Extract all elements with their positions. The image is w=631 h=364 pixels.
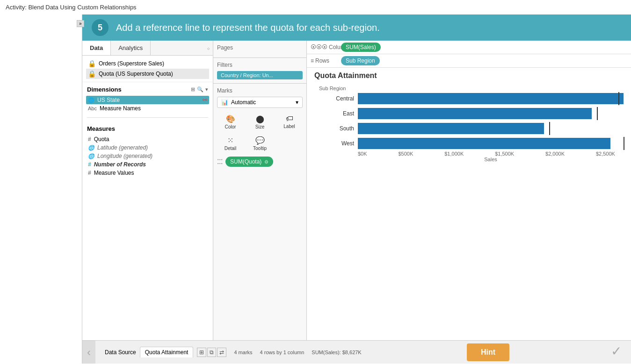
dimensions-controls: ⊞ 🔍 ▾ [191, 86, 208, 93]
bar-track-central [358, 93, 624, 104]
step-number: 5 [92, 19, 109, 36]
dimensions-list: 🌐 US State ⚯ Abc Measure Names [82, 95, 213, 114]
field-measure-values[interactable]: # Measure Values [86, 169, 209, 177]
ref-line-central [618, 92, 619, 105]
nav-left-button[interactable]: ‹ [82, 341, 95, 364]
color-icon: 🎨 [226, 114, 235, 123]
field-quota[interactable]: # Quota [86, 135, 209, 143]
data-source-orders[interactable]: 🔒 Orders (Superstore Sales) [86, 58, 209, 69]
detail-icon: ⁙ [227, 136, 233, 145]
data-sources-section: 🔒 Orders (Superstore Sales) 🔒 Quota (US … [82, 56, 213, 82]
dimensions-title: Dimensions [87, 86, 122, 93]
sum-sales-status: SUM(Sales): $8,627K [312, 350, 361, 355]
columns-shelf: ⦿⦿⦿ Columns SUM(Sales) [307, 41, 631, 54]
x-axis-label: Sales [358, 157, 624, 162]
expand-icon[interactable]: ▾ [205, 86, 208, 93]
sub-region-pill[interactable]: Sub Region [341, 56, 380, 65]
filter-country-pill[interactable]: Country / Region: Un... [217, 71, 303, 79]
bottom-bar: ‹ Data Source Quota Attainment ⊞ ⧉ ⇄ 4 m… [82, 340, 631, 364]
grid-icon[interactable]: ⊞ [191, 86, 195, 93]
globe-icon-lat: 🌐 [88, 145, 94, 151]
bar-chart: Central East South [328, 93, 624, 149]
bar-fill-south [358, 123, 544, 134]
hash-icon-2: # [88, 170, 91, 176]
field-latitude[interactable]: 🌐 Latitude (generated) [86, 143, 209, 152]
color-button[interactable]: 🎨 Color [217, 113, 244, 131]
left-panel: Data Analytics ⬦ 🔒 Orders (Superstore Sa… [82, 41, 213, 340]
filters-shelf: Filters Country / Region: Un... [213, 58, 306, 84]
field-longitude[interactable]: 🌐 Longitude (generated) [86, 152, 209, 160]
database-icon-2: 🔒 [88, 70, 96, 78]
globe-icon-lon: 🌐 [88, 153, 94, 159]
bar-chart-icon: 📊 [221, 99, 228, 106]
duplicate-sheet-button[interactable]: ⧉ [207, 348, 216, 357]
size-button[interactable]: ⬤ Size [247, 113, 273, 131]
tooltip-button[interactable]: 💬 Tooltip [247, 134, 273, 153]
filters-label: Filters [217, 62, 303, 68]
rows-count: 4 rows by 1 column [260, 350, 305, 355]
hint-button[interactable]: Hint [467, 343, 509, 361]
bar-row-west: West [328, 138, 624, 149]
field-measure-names[interactable]: Abc Measure Names [86, 104, 209, 113]
bar-label-east: East [328, 110, 354, 117]
field-us-state[interactable]: 🌐 US State ⚯ [86, 96, 209, 104]
sum-sales-pill[interactable]: SUM(Sales) [341, 43, 381, 52]
marks-count: 4 marks [234, 350, 252, 355]
chart-panel: ⦿⦿⦿ Columns SUM(Sales) ≡ Rows Sub Region… [307, 41, 631, 340]
tooltip-icon: 💬 [255, 136, 265, 145]
measures-list: # Quota 🌐 Latitude (generated) 🌐 Longitu… [82, 134, 213, 178]
add-sheet-button[interactable]: ⊞ [197, 348, 206, 357]
bar-track-east [358, 108, 624, 119]
tab-analytics[interactable]: Analytics [111, 41, 151, 55]
detail-button[interactable]: ⁙ Detail [217, 134, 244, 153]
size-icon: ⬤ [256, 114, 264, 123]
collapse-panel-button[interactable]: » [77, 20, 84, 27]
dimensions-section: Dimensions ⊞ 🔍 ▾ 🌐 US State ⚯ Abc [82, 82, 213, 114]
data-source-quota[interactable]: 🔒 Quota (US Superstore Quota) [86, 69, 209, 79]
marks-shelf: Marks 📊 Automatic ▾ 🎨 Color ⬤ Size [213, 84, 306, 171]
ref-line-west [624, 137, 624, 150]
panel-tabs: Data Analytics ⬦ [82, 41, 213, 56]
status-bar: 4 marks 4 rows by 1 column SUM(Sales): $… [234, 350, 361, 355]
label-button[interactable]: 🏷 Label [276, 113, 303, 131]
pages-shelf: Pages [213, 41, 306, 58]
ref-line-south [549, 122, 550, 135]
marks-type-dropdown[interactable]: 📊 Automatic ▾ [217, 97, 303, 108]
bar-row-south: South [328, 123, 624, 134]
sum-quota-pill[interactable]: SUM(Quota) ⚙ [225, 157, 273, 167]
hash-icon: # [88, 136, 91, 143]
bar-fill-central [358, 93, 624, 104]
chart-title: Quota Attainment [307, 68, 631, 82]
dimensions-header: Dimensions ⊞ 🔍 ▾ [82, 82, 213, 95]
columns-icon: ⦿⦿⦿ [311, 44, 327, 50]
step-header: » 5 Add a reference line to represent th… [82, 14, 631, 41]
bar-label-west: West [328, 140, 354, 147]
rows-icon: ≡ [311, 57, 314, 64]
quota-attainment-tab[interactable]: Quota Attainment [140, 347, 194, 357]
shelves-panel: Pages Filters Country / Region: Un... Ma… [213, 41, 307, 340]
page-title: Activity: Blend Data Using Custom Relati… [0, 0, 631, 14]
hint-button-container: Hint [467, 343, 509, 361]
measures-section: Measures # Quota 🌐 Latitude (generated) … [82, 121, 213, 178]
swap-sheet-button[interactable]: ⇄ [217, 348, 226, 357]
field-number-of-records[interactable]: # Number of Records [86, 160, 209, 169]
pages-label: Pages [217, 44, 303, 51]
rows-label: ≡ Rows [311, 57, 336, 64]
y-axis-label: Sub Region [319, 86, 624, 91]
data-source-tab[interactable]: Data Source [105, 349, 136, 356]
globe-icon: 🌐 [88, 97, 94, 103]
bar-label-south: South [328, 125, 354, 132]
bar-track-west [358, 138, 624, 149]
step-description: Add a reference line to represent the qu… [116, 22, 380, 33]
bar-track-south [358, 123, 624, 134]
chart-area: Sub Region Central East [307, 82, 631, 340]
tab-data[interactable]: Data [82, 41, 111, 55]
columns-label: ⦿⦿⦿ Columns [311, 44, 336, 50]
ref-line-east [597, 107, 598, 120]
check-button[interactable]: ✓ [611, 343, 622, 359]
bar-label-central: Central [328, 95, 354, 102]
search-icon[interactable]: 🔍 [197, 86, 203, 93]
link-icon: ⚯ [203, 97, 207, 103]
bar-row-east: East [328, 108, 624, 119]
marks-buttons-grid: 🎨 Color ⬤ Size 🏷 Label ⁙ Detail [217, 113, 303, 153]
